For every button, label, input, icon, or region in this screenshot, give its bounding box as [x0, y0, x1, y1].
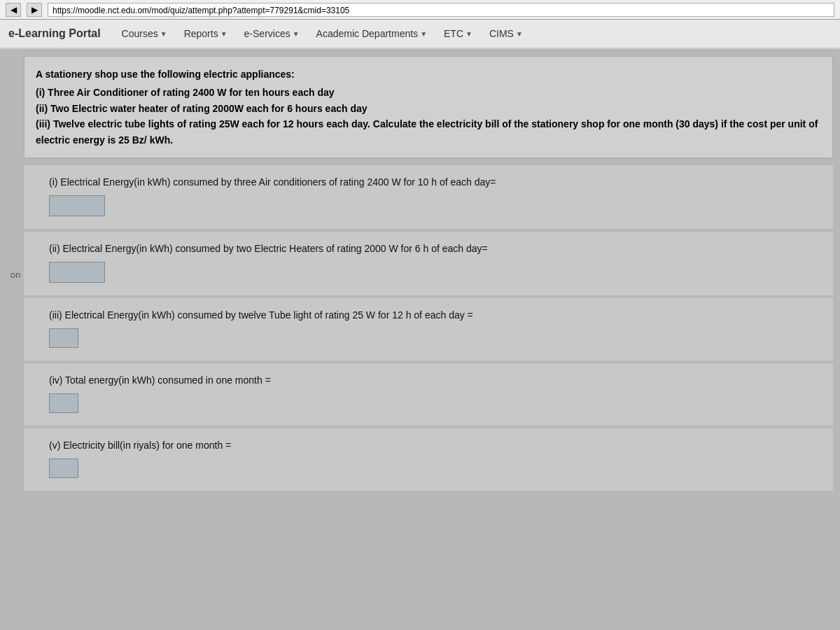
subq-v-section: (v) Electricity bill(in riyals) for one … [24, 428, 833, 491]
etc-label: ETC [444, 28, 463, 39]
academic-label: Academic Departments [316, 28, 419, 39]
etc-arrow: ▼ [465, 30, 472, 38]
subq-iii-label: (iii) Electrical Energy(in kWh) consumed… [49, 308, 822, 323]
subq-iv-section: (iv) Total energy(in kWh) consumed in on… [24, 363, 833, 426]
answer-box-iv[interactable] [49, 393, 78, 413]
answer-box-iii[interactable] [49, 328, 78, 348]
subq-i-label: (i) Electrical Energy(in kWh) consumed b… [49, 175, 822, 190]
cims-label: CIMS [489, 28, 514, 39]
cims-arrow: ▼ [516, 30, 523, 38]
address-bar: ◀ ▶ https://moodle.nct.edu.om/mod/quiz/a… [0, 0, 840, 20]
question-item-iii: (iii) Twelve electric tube lights of rat… [36, 116, 821, 148]
subq-iv-label: (iv) Total energy(in kWh) consumed in on… [49, 373, 822, 388]
subq-i-section: (i) Electrical Energy(in kWh) consumed b… [24, 165, 833, 229]
reports-label: Reports [184, 28, 218, 39]
question-item-ii: (ii) Two Electric water heater of rating… [36, 101, 821, 116]
answer-box-v[interactable] [49, 458, 78, 478]
forward-button[interactable]: ▶ [27, 3, 42, 17]
back-button[interactable]: ◀ [6, 3, 21, 17]
question-item-i: (i) Three Air Conditioner of rating 2400… [36, 85, 821, 100]
nav-eservices[interactable]: e-Services ▼ [237, 22, 307, 45]
question-intro-text: A stationery shop use the following elec… [36, 66, 821, 82]
nav-courses[interactable]: Courses ▼ [115, 22, 174, 45]
courses-arrow: ▼ [160, 30, 167, 38]
nav-cims[interactable]: CIMS ▼ [482, 22, 530, 45]
subq-ii-label: (ii) Electrical Energy(in kWh) consumed … [49, 241, 822, 256]
side-on-label: on [7, 56, 24, 493]
top-nav: e-Learning Portal Courses ▼ Reports ▼ e-… [0, 20, 840, 49]
main-content: on A stationery shop use the following e… [0, 49, 840, 630]
courses-label: Courses [122, 28, 158, 39]
subq-iii-section: (iii) Electrical Energy(in kWh) consumed… [24, 298, 833, 360]
subq-ii-section: (ii) Electrical Energy(in kWh) consumed … [24, 232, 833, 295]
nav-brand: e-Learning Portal [8, 27, 101, 40]
academic-arrow: ▼ [420, 30, 427, 38]
nav-academic[interactable]: Academic Departments ▼ [309, 22, 434, 45]
eservices-label: e-Services [244, 28, 290, 39]
question-intro-box: A stationery shop use the following elec… [24, 56, 833, 158]
answer-box-i[interactable] [49, 195, 105, 216]
reports-arrow: ▼ [220, 30, 227, 38]
eservices-arrow: ▼ [293, 30, 300, 38]
nav-reports[interactable]: Reports ▼ [177, 22, 234, 45]
subq-v-label: (v) Electricity bill(in riyals) for one … [49, 438, 822, 453]
answer-box-ii[interactable] [49, 262, 105, 283]
nav-etc[interactable]: ETC ▼ [437, 22, 479, 45]
url-bar[interactable]: https://moodle.nct.edu.om/mod/quiz/attem… [48, 3, 834, 17]
